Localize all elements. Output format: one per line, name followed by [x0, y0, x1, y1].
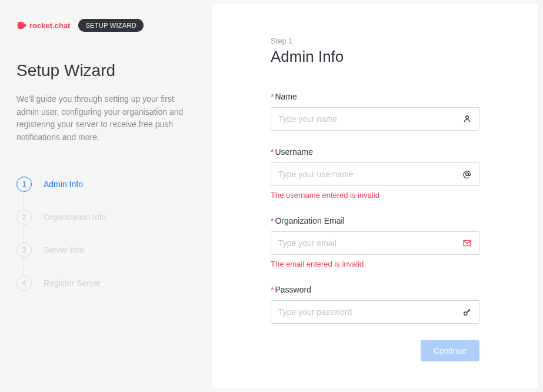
username-error: The username entered is invalid	[271, 191, 479, 200]
wizard-description: We'll guide you through setting up your …	[16, 93, 195, 144]
password-group: *Password	[271, 285, 479, 324]
name-label: *Name	[271, 92, 479, 101]
key-icon	[462, 307, 472, 317]
name-input-wrap	[271, 107, 479, 131]
step-number: 3	[16, 242, 32, 258]
name-group: *Name	[271, 92, 479, 131]
username-label: *Username	[271, 147, 479, 157]
rocket-chat-icon	[16, 20, 27, 31]
wizard-badge: SETUP WIZARD	[78, 19, 144, 32]
step-label: Admin Info	[44, 180, 83, 189]
password-input-wrap	[271, 300, 479, 324]
continue-button[interactable]: Continue	[421, 340, 479, 361]
step-list: 1 Admin Info 2 Organization Info 3 Serve…	[16, 168, 195, 300]
mail-icon	[462, 238, 472, 248]
email-group: *Organization Email The email entered is…	[271, 216, 479, 268]
svg-point-0	[466, 116, 469, 119]
step-label: Register Server	[44, 278, 101, 288]
step-register-server[interactable]: 4 Register Server	[16, 267, 195, 300]
step-number: 4	[16, 275, 32, 291]
at-icon	[462, 170, 472, 179]
password-label: *Password	[271, 285, 479, 294]
main-panel: Step 1 Admin Info *Name *Username The us…	[212, 4, 538, 388]
wizard-title: Setup Wizard	[16, 61, 195, 80]
email-label: *Organization Email	[271, 216, 479, 225]
email-input[interactable]	[278, 238, 462, 248]
username-input-wrap	[271, 162, 479, 186]
svg-point-3	[464, 312, 467, 315]
brand-text: rocket.chat	[29, 21, 70, 30]
step-label: Server Info	[44, 245, 84, 255]
brand-logo: rocket.chat	[16, 20, 70, 31]
password-input[interactable]	[278, 307, 462, 317]
step-server-info[interactable]: 3 Server Info	[16, 234, 195, 267]
step-admin-info[interactable]: 1 Admin Info	[16, 168, 195, 201]
step-indicator: Step 1	[271, 36, 479, 45]
email-input-wrap	[271, 231, 479, 255]
logo-row: rocket.chat SETUP WIZARD	[16, 19, 195, 32]
step-number: 1	[16, 177, 32, 192]
step-number: 2	[16, 210, 32, 225]
step-organization-info[interactable]: 2 Organization Info	[16, 201, 195, 234]
svg-point-1	[466, 173, 469, 176]
step-label: Organization Info	[44, 212, 106, 222]
name-input[interactable]	[278, 114, 462, 124]
user-icon	[462, 114, 472, 124]
form-title: Admin Info	[271, 48, 479, 66]
email-error: The email entered is invalid	[271, 260, 479, 268]
username-group: *Username The username entered is invali…	[271, 147, 479, 200]
username-input[interactable]	[278, 170, 462, 179]
sidebar: rocket.chat SETUP WIZARD Setup Wizard We…	[0, 0, 212, 392]
